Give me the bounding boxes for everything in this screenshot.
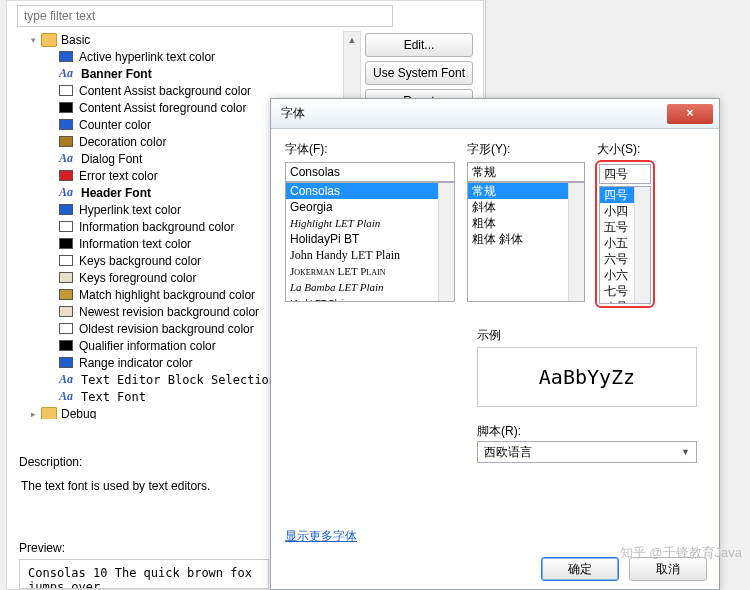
color-swatch [59,204,73,215]
listbox-scrollbar[interactable] [568,183,584,301]
tree-item-label: Text Font [81,390,146,404]
tree-item-label: Range indicator color [79,356,192,370]
more-fonts-link[interactable]: 显示更多字体 [285,528,357,545]
edit-button[interactable]: Edit... [365,33,473,57]
list-option[interactable]: 粗体 [468,215,584,231]
tree-item-label: Active hyperlink text color [79,50,215,64]
list-option[interactable]: Georgia [286,199,454,215]
script-value: 西欧语言 [484,444,532,461]
tree-item-label: Banner Font [81,67,152,81]
color-swatch [59,289,73,300]
color-swatch [59,272,73,283]
scroll-up-icon[interactable]: ▲ [344,32,360,48]
font-listbox[interactable]: ConsolasGeorgiaHighlight LET PlainHolida… [285,182,455,302]
dialog-title: 字体 [281,105,305,122]
sample-box: AaBbYyZz [477,347,697,407]
color-swatch [59,85,73,96]
font-aa-icon: Aa [59,372,75,387]
list-option[interactable]: 斜体 [468,199,584,215]
tree-item-label: Decoration color [79,135,166,149]
color-swatch [59,238,73,249]
list-option[interactable]: Consolas [286,183,454,199]
color-swatch [59,51,73,62]
tree-item-label: Dialog Font [81,152,142,166]
list-option[interactable]: Jokerman LET Plain [286,263,454,279]
tree-item-label: Newest revision background color [79,305,259,319]
list-option[interactable]: La Bamba LET Plain [286,279,454,295]
chevron-down-icon: ▼ [681,447,690,457]
script-label: 脚本(R): [477,423,521,440]
ok-button[interactable]: 确定 [541,557,619,581]
font-style-input[interactable] [467,162,585,182]
script-select[interactable]: 西欧语言 ▼ [477,441,697,463]
color-swatch [59,136,73,147]
tree-item-label: Content Assist background color [79,84,251,98]
color-swatch [59,170,73,181]
font-aa-icon: Aa [59,389,75,404]
font-aa-icon: Aa [59,151,75,166]
list-option[interactable]: Highlight LET Plain [286,215,454,231]
description-label: Description: [19,455,82,469]
style-column-label: 字形(Y): [467,141,585,158]
size-listbox[interactable]: 四号小四五号小五六号小六七号八号 [599,186,651,304]
list-option[interactable]: John Handy LET Plain [286,247,454,263]
tree-item[interactable]: Content Assist background color [23,82,343,99]
tree-item[interactable]: AaBanner Font [23,65,343,82]
tree-item-label: Keys background color [79,254,201,268]
color-swatch [59,306,73,317]
use-system-font-button[interactable]: Use System Font [365,61,473,85]
list-option[interactable]: 粗体 斜体 [468,231,584,247]
filter-input[interactable] [17,5,393,27]
size-column-label: 大小(S): [597,141,653,158]
tree-item-label: Qualifier information color [79,339,216,353]
preview-label: Preview: [19,541,65,555]
list-option[interactable]: 常规 [468,183,584,199]
font-dialog: 字体 × 字体(F): ConsolasGeorgiaHighlight LET… [270,98,720,590]
tree-item-label: Information text color [79,237,191,251]
color-swatch [59,119,73,130]
font-column-label: 字体(F): [285,141,455,158]
folder-icon [41,33,57,47]
dialog-titlebar[interactable]: 字体 × [271,99,719,129]
tree-item-label: Hyperlink text color [79,203,181,217]
color-swatch [59,323,73,334]
list-option[interactable]: MarkLET Plain [286,295,454,302]
sample-label: 示例 [477,327,501,344]
size-highlight-ring: 四号小四五号小五六号小六七号八号 [595,160,655,308]
tree-node-basic[interactable]: ▾ Basic [23,31,343,48]
tree-item[interactable]: Active hyperlink text color [23,48,343,65]
tree-item-label: Information background color [79,220,234,234]
preview-box: Consolas 10 The quick brown fox jumps ov… [19,559,269,589]
listbox-scrollbar[interactable] [438,183,454,301]
tree-item-label: Counter color [79,118,151,132]
color-swatch [59,255,73,266]
list-option[interactable]: HolidayPi BT [286,231,454,247]
tree-item-label: Match highlight background color [79,288,255,302]
close-button[interactable]: × [667,104,713,124]
folder-icon [41,407,57,420]
description-text: The text font is used by text editors. [21,479,271,493]
font-aa-icon: Aa [59,185,75,200]
font-name-input[interactable] [285,162,455,182]
tree-label: Debug [61,407,96,420]
style-listbox[interactable]: 常规斜体粗体粗体 斜体 [467,182,585,302]
expander-icon[interactable]: ▸ [31,409,41,419]
tree-item-label: Keys foreground color [79,271,196,285]
tree-item-label: Header Font [81,186,151,200]
color-swatch [59,102,73,113]
color-swatch [59,221,73,232]
tree-item-label: Content Assist foreground color [79,101,246,115]
tree-label: Basic [61,33,90,47]
color-swatch [59,340,73,351]
tree-item-label: Oldest revision background color [79,322,254,336]
listbox-scrollbar[interactable] [634,187,650,303]
color-swatch [59,357,73,368]
expander-icon[interactable]: ▾ [31,35,41,45]
font-aa-icon: Aa [59,66,75,81]
font-size-input[interactable] [599,164,651,184]
cancel-button[interactable]: 取消 [629,557,707,581]
tree-item-label: Error text color [79,169,158,183]
